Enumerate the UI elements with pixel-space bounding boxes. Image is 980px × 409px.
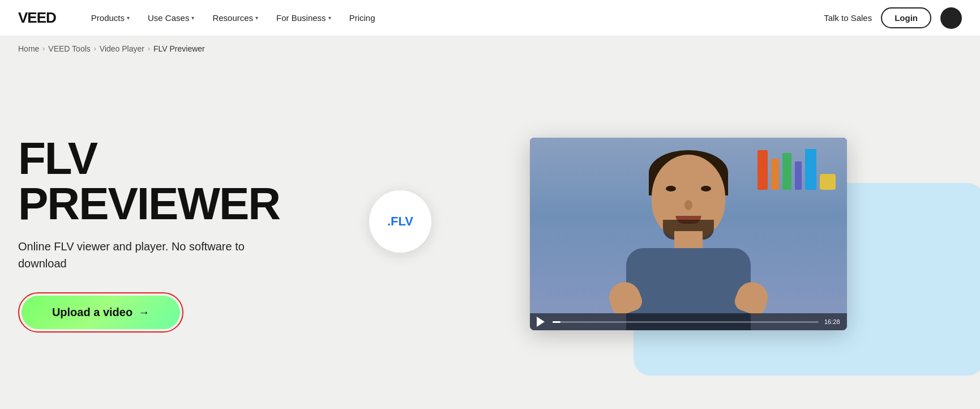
nav-products[interactable]: Products ▾ xyxy=(83,8,138,27)
shelf-book-4 xyxy=(795,161,802,190)
logo[interactable]: VEED xyxy=(18,9,56,27)
hand-left xyxy=(605,278,644,317)
shelf-book-5 xyxy=(805,149,816,190)
video-thumbnail xyxy=(530,138,847,330)
flv-badge: .FLV xyxy=(369,190,431,253)
shelf-items xyxy=(758,149,836,190)
header-actions: Talk to Sales Login xyxy=(824,7,962,29)
breadcrumb: Home › VEED Tools › Video Player › FLV P… xyxy=(0,36,980,61)
breadcrumb-current: FLV Previewer xyxy=(153,44,205,53)
hands-area xyxy=(609,279,768,313)
nav-resources[interactable]: Resources ▾ xyxy=(204,8,266,27)
chevron-down-icon: ▾ xyxy=(191,15,194,21)
play-button-icon[interactable] xyxy=(537,317,547,327)
nav-for-business[interactable]: For Business ▾ xyxy=(268,8,339,27)
breadcrumb-separator: › xyxy=(148,45,150,53)
login-button[interactable]: Login xyxy=(881,7,931,28)
shelf-plant xyxy=(820,174,836,190)
person-nose xyxy=(684,200,692,210)
arrow-icon: → xyxy=(138,306,149,319)
shelf-book-2 xyxy=(771,159,779,190)
main-content: FLV PREVIEWER Online FLV viewer and play… xyxy=(0,61,980,407)
time-display: 16:28 xyxy=(824,318,840,325)
upload-button-wrapper: Upload a video → xyxy=(18,292,183,333)
nav-pricing[interactable]: Pricing xyxy=(341,8,383,27)
shelf-book-1 xyxy=(758,150,768,190)
hero-subtitle: Online FLV viewer and player. No softwar… xyxy=(18,238,245,272)
talk-to-sales-link[interactable]: Talk to Sales xyxy=(824,13,872,23)
hero-left: FLV PREVIEWER Online FLV viewer and play… xyxy=(18,136,346,333)
chevron-down-icon: ▾ xyxy=(328,15,331,21)
progress-bar[interactable] xyxy=(553,321,819,323)
header: VEED Products ▾ Use Cases ▾ Resources ▾ … xyxy=(0,0,980,36)
nav-use-cases[interactable]: Use Cases ▾ xyxy=(140,8,202,27)
shelf-book-3 xyxy=(782,153,791,190)
eye-left xyxy=(666,186,676,191)
breadcrumb-separator: › xyxy=(42,45,45,53)
hero-right: .FLV xyxy=(380,126,962,342)
breadcrumb-separator: › xyxy=(94,45,96,53)
hand-right xyxy=(732,278,772,317)
upload-video-button[interactable]: Upload a video → xyxy=(22,296,180,329)
main-nav: Products ▾ Use Cases ▾ Resources ▾ For B… xyxy=(83,8,824,27)
video-controls: 16:28 xyxy=(530,313,847,330)
eye-right xyxy=(701,186,711,191)
breadcrumb-video-player[interactable]: Video Player xyxy=(100,44,144,53)
hero-title: FLV PREVIEWER xyxy=(18,136,346,227)
breadcrumb-veed-tools[interactable]: VEED Tools xyxy=(48,44,90,53)
breadcrumb-home[interactable]: Home xyxy=(18,44,39,53)
chevron-down-icon: ▾ xyxy=(255,15,258,21)
video-preview: 16:28 xyxy=(530,138,847,330)
chevron-down-icon: ▾ xyxy=(127,15,130,21)
avatar[interactable] xyxy=(940,7,962,29)
progress-fill xyxy=(553,321,560,323)
